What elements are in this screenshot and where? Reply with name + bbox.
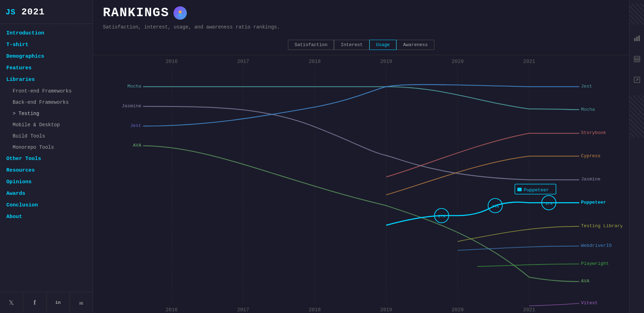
bar-chart-icon[interactable]	[632, 33, 642, 45]
facebook-button[interactable]: f	[23, 292, 46, 313]
svg-text:Cypress: Cypress	[581, 153, 601, 159]
svg-text:34%: 34%	[492, 204, 499, 209]
svg-text:Storybook: Storybook	[581, 130, 606, 135]
svg-text:Mocha: Mocha	[127, 84, 142, 89]
svg-text:Jest: Jest	[130, 123, 142, 128]
sidebar-item-about[interactable]: About	[0, 211, 93, 223]
avatar	[173, 6, 187, 20]
linkedin-button[interactable]: in	[47, 292, 70, 313]
social-bar: 𝕏 f in ✉	[0, 292, 93, 313]
email-button[interactable]: ✉	[70, 292, 93, 313]
rankings-chart: 2016 2017 2018 2019 2020 2021 Mocha Jasm…	[100, 55, 622, 313]
svg-text:2018: 2018	[309, 59, 321, 64]
svg-rect-46	[638, 36, 640, 41]
svg-text:2020: 2020	[452, 307, 464, 313]
svg-text:AVA: AVA	[581, 279, 590, 284]
main-content: RANKINGS Satisfaction, interest, usage, …	[93, 0, 629, 313]
svg-point-1	[178, 14, 182, 17]
svg-text:2021: 2021	[523, 59, 535, 64]
tabs-row: Satisfaction Interest Usage Awareness	[103, 35, 619, 55]
svg-text:2017: 2017	[237, 59, 249, 64]
sidebar-item-testing[interactable]: > Testing	[0, 108, 93, 119]
page-title-area: RANKINGS	[103, 6, 619, 20]
svg-point-0	[179, 11, 182, 13]
sidebar-item-opinions[interactable]: Opinions	[0, 176, 93, 188]
right-sidebar	[629, 0, 644, 313]
svg-text:Jest: Jest	[581, 84, 592, 89]
svg-text:Vitest: Vitest	[581, 300, 598, 306]
sidebar-item-introduction[interactable]: Introduction	[0, 27, 93, 39]
sidebar-item-demographics[interactable]: Demographics	[0, 51, 93, 62]
logo-area: JS 2021	[0, 0, 93, 24]
sidebar-item-awards[interactable]: Awards	[0, 188, 93, 199]
sidebar-item-frontend[interactable]: Front-end Frameworks	[0, 85, 93, 97]
svg-text:2019: 2019	[380, 307, 392, 313]
svg-text:Playwright: Playwright	[581, 261, 609, 266]
svg-text:2019: 2019	[380, 59, 392, 64]
tab-awareness[interactable]: Awareness	[396, 40, 434, 50]
hatch-pattern-bottom	[630, 95, 644, 138]
twitter-icon: 𝕏	[9, 299, 14, 307]
logo: JS 2021	[6, 6, 45, 17]
nav: Introduction T-shirt Demographics Featur…	[0, 24, 93, 292]
svg-text:Puppeteer: Puppeteer	[524, 187, 549, 193]
sidebar-item-build[interactable]: Build Tools	[0, 130, 93, 142]
svg-text:AVA: AVA	[133, 143, 142, 148]
sidebar-item-conclusion[interactable]: Conclusion	[0, 199, 93, 211]
svg-text:Testing Library: Testing Library	[581, 223, 622, 229]
sidebar-item-monorepo[interactable]: Monorepo Tools	[0, 142, 93, 153]
svg-text:2017: 2017	[237, 307, 249, 313]
svg-text:Mocha: Mocha	[581, 107, 595, 112]
page-title: RANKINGS	[103, 6, 169, 20]
sidebar: JS 2021 Introduction T-shirt Demographic…	[0, 0, 93, 313]
sidebar-item-features[interactable]: Features	[0, 62, 93, 74]
sidebar-item-mobile[interactable]: Mobile & Desktop	[0, 119, 93, 130]
svg-text:Puppeteer: Puppeteer	[581, 200, 606, 205]
svg-rect-44	[634, 38, 636, 41]
table-icon[interactable]	[632, 54, 642, 66]
sidebar-item-backend[interactable]: Back-end Frameworks	[0, 97, 93, 108]
svg-text:2016: 2016	[166, 59, 178, 64]
chart-area: 2016 2017 2018 2019 2020 2021 Mocha Jasm…	[93, 55, 629, 313]
svg-rect-36	[517, 188, 521, 191]
svg-text:WebdriverIO: WebdriverIO	[581, 243, 612, 248]
svg-text:2020: 2020	[452, 59, 464, 64]
subtitle: Satisfaction, interest, usage, and aware…	[103, 24, 619, 30]
svg-text:2018: 2018	[309, 307, 321, 313]
export-icon[interactable]	[632, 75, 642, 87]
svg-text:Jasmine: Jasmine	[581, 177, 601, 182]
facebook-icon: f	[34, 299, 36, 306]
tab-satisfaction[interactable]: Satisfaction	[288, 40, 334, 50]
twitter-button[interactable]: 𝕏	[0, 292, 23, 313]
hatch-pattern-top	[630, 4, 644, 25]
sidebar-item-other-tools[interactable]: Other Tools	[0, 153, 93, 165]
linkedin-icon: in	[55, 300, 61, 305]
sidebar-item-tshirt[interactable]: T-shirt	[0, 39, 93, 51]
svg-rect-45	[636, 37, 638, 41]
email-icon: ✉	[79, 299, 83, 307]
sidebar-item-libraries[interactable]: Libraries	[0, 74, 93, 85]
svg-text:2021: 2021	[523, 307, 535, 313]
tab-usage[interactable]: Usage	[369, 40, 396, 50]
svg-rect-47	[634, 56, 640, 62]
svg-text:27%: 27%	[438, 214, 445, 218]
svg-text:2016: 2016	[166, 307, 178, 313]
svg-text:37%: 37%	[545, 202, 552, 206]
sidebar-item-resources[interactable]: Resources	[0, 165, 93, 176]
tab-interest[interactable]: Interest	[334, 40, 369, 50]
header: RANKINGS Satisfaction, interest, usage, …	[93, 0, 629, 55]
svg-text:Jasmine: Jasmine	[122, 103, 142, 109]
